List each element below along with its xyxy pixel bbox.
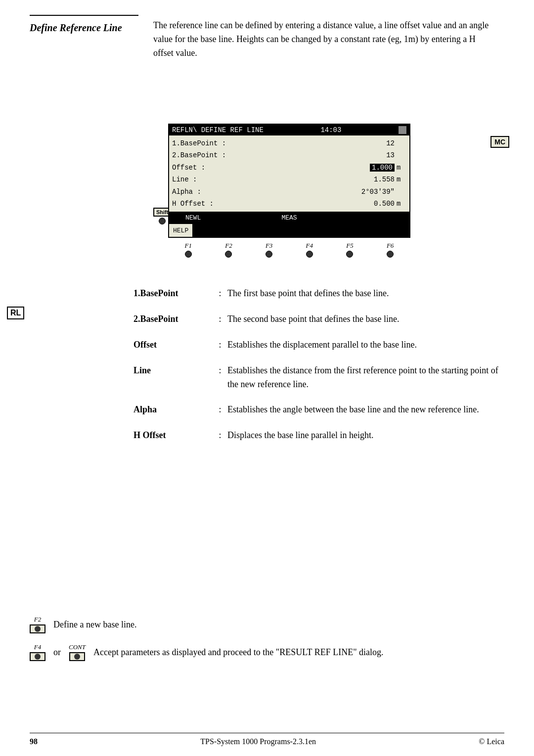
colon-basepoint1: :	[213, 287, 227, 301]
def-item-hoffset: H Offset : Displaces the base line paral…	[134, 429, 509, 443]
footer-brand: © Leica	[479, 737, 504, 746]
mc-box: MC	[490, 136, 509, 148]
fkey-f6[interactable]: F6	[387, 242, 394, 258]
screen-title-text: REFLN\ DEFINE REF LINE	[172, 126, 264, 134]
desc-basepoint1: The first base point that defines the ba…	[227, 287, 509, 301]
term-line: Line	[134, 364, 213, 392]
footer-title: TPS-System 1000 Programs-2.3.1en	[200, 737, 316, 746]
f4-badge-circle	[35, 654, 41, 660]
definition-list: 1.BasePoint : The first base point that …	[134, 287, 509, 454]
cont-badge-circle	[74, 654, 80, 660]
fkey-f3[interactable]: F3	[266, 242, 272, 258]
fkey-f4-circle[interactable]	[306, 251, 313, 258]
cont-badge-label: CONT	[69, 643, 86, 651]
desc-hoffset: Displaces the base line parallel in heig…	[227, 429, 509, 443]
btn-meas[interactable]: MEAS	[265, 213, 313, 222]
label-line: Line :	[172, 174, 251, 185]
screen-row-basepoint2: 2.BasePoint : 13	[172, 149, 406, 161]
term-basepoint2: 2.BasePoint	[134, 312, 213, 326]
f4-badge-box[interactable]	[30, 652, 45, 661]
screen-container: Shift REFLN\ DEFINE REF LINE 14:03 1.Bas…	[153, 124, 490, 258]
f4-key-badge[interactable]: F4	[30, 643, 45, 661]
value-basepoint1: 12	[251, 138, 397, 149]
def-item-basepoint1: 1.BasePoint : The first base point that …	[134, 287, 509, 301]
screen-title-row: REFLN\ DEFINE REF LINE 14:03	[169, 125, 409, 135]
desc-offset: Establishes the displacement parallel to…	[227, 338, 509, 352]
f4-badge-label: F4	[34, 643, 41, 651]
cont-badge-box[interactable]	[69, 652, 85, 661]
colon-hoffset: :	[213, 429, 227, 443]
def-item-alpha: Alpha : Establishes the angle between th…	[134, 403, 509, 417]
intro-text: The reference line can be defined by ent…	[153, 19, 494, 60]
desc-line: Establishes the distance from the first …	[227, 364, 509, 392]
f2-key-badge[interactable]: F2	[30, 616, 45, 633]
footer-page-number: 98	[30, 737, 38, 746]
help-filler	[192, 224, 409, 237]
help-label[interactable]: HELP	[169, 225, 192, 236]
action-f4-row: F4 or CONT Accept parameters as displaye…	[30, 643, 514, 661]
action-f2-row: F2 Define a new base line.	[30, 616, 514, 633]
screen-row-offset: Offset : 1.000 m	[172, 162, 406, 174]
btn-empty1	[217, 213, 265, 222]
btn-empty3	[361, 213, 409, 222]
fkey-f2[interactable]: F2	[225, 242, 232, 258]
def-item-line: Line : Establishes the distance from the…	[134, 364, 509, 392]
fkey-f4-label: F4	[306, 242, 313, 250]
fkey-f5-circle[interactable]	[346, 251, 353, 258]
colon-line: :	[213, 364, 227, 392]
fkey-f2-circle[interactable]	[225, 251, 232, 258]
screen-row-basepoint1: 1.BasePoint : 12	[172, 137, 406, 149]
fkey-row: F1 F2 F3 F4 F5	[168, 242, 410, 258]
screen-body: 1.BasePoint : 12 2.BasePoint : 13 Offset…	[169, 135, 409, 212]
value-line: 1.558	[251, 174, 397, 185]
screen-time: 14:03	[320, 126, 341, 134]
def-item-offset: Offset : Establishes the displacement pa…	[134, 338, 509, 352]
fkey-f3-circle[interactable]	[266, 251, 272, 258]
unit-line: m	[397, 174, 406, 185]
rl-sidebar-label: RL	[7, 307, 24, 319]
btn-empty2	[313, 213, 361, 222]
fkey-f5[interactable]: F5	[346, 242, 353, 258]
device-screen: REFLN\ DEFINE REF LINE 14:03 1.BasePoint…	[168, 124, 410, 238]
label-offset: Offset :	[172, 162, 251, 173]
action-f4-text: Accept parameters as displayed and proce…	[93, 646, 514, 659]
label-alpha: Alpha :	[172, 186, 251, 197]
colon-alpha: :	[213, 403, 227, 417]
fkey-f2-label: F2	[225, 242, 232, 250]
help-row: HELP	[169, 224, 409, 237]
or-text: or	[53, 647, 61, 658]
page: Define Reference Line RL The reference l…	[0, 0, 534, 756]
value-hoffset: 0.500	[251, 198, 397, 209]
fkey-f6-label: F6	[387, 242, 394, 250]
f2-badge-box[interactable]	[30, 624, 45, 633]
value-offset: 1.000	[251, 162, 397, 173]
colon-offset: :	[213, 338, 227, 352]
fkey-f4[interactable]: F4	[306, 242, 313, 258]
value-basepoint2: 13	[251, 150, 397, 161]
label-basepoint2: 2.BasePoint :	[172, 150, 251, 161]
page-footer: 98 TPS-System 1000 Programs-2.3.1en © Le…	[30, 733, 504, 746]
cont-key-badge[interactable]: CONT	[69, 643, 86, 661]
btn-newl[interactable]: NEWL	[169, 213, 217, 222]
term-offset: Offset	[134, 338, 213, 352]
desc-alpha: Establishes the angle between the base l…	[227, 403, 509, 417]
desc-basepoint2: The second base point that defines the b…	[227, 312, 509, 326]
label-hoffset: H Offset :	[172, 198, 251, 209]
fkey-f1-circle[interactable]	[185, 251, 192, 258]
fkey-f6-circle[interactable]	[387, 251, 394, 258]
screen-buttons-row1: NEWL MEAS	[169, 212, 409, 224]
top-rule	[30, 15, 138, 16]
section-title: Define Reference Line	[30, 22, 122, 34]
fkey-f1[interactable]: F1	[185, 242, 192, 258]
unit-hoffset: m	[397, 198, 406, 209]
action-f2-text: Define a new base line.	[53, 618, 514, 631]
term-basepoint1: 1.BasePoint	[134, 287, 213, 301]
fkey-f1-label: F1	[185, 242, 192, 250]
term-alpha: Alpha	[134, 403, 213, 417]
highlighted-offset: 1.000	[370, 164, 395, 172]
action-area: F2 Define a new base line. F4 or CONT	[30, 616, 514, 671]
f2-badge-label: F2	[34, 616, 41, 623]
colon-basepoint2: :	[213, 312, 227, 326]
unit-offset: m	[397, 162, 406, 173]
value-alpha: 2°03'39"	[251, 186, 397, 197]
